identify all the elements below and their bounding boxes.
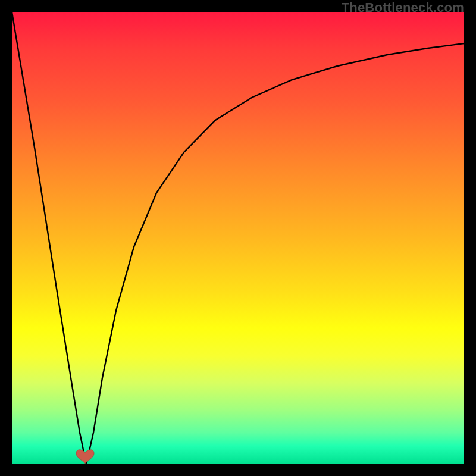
- bottleneck-curve: [12, 12, 464, 464]
- watermark-text: TheBottleneck.com: [342, 0, 464, 15]
- plot-area: [12, 12, 464, 464]
- heart-icon: [76, 450, 94, 464]
- optimum-marker: [76, 450, 94, 464]
- curve-layer: [12, 12, 464, 464]
- chart-frame: TheBottleneck.com: [0, 0, 476, 476]
